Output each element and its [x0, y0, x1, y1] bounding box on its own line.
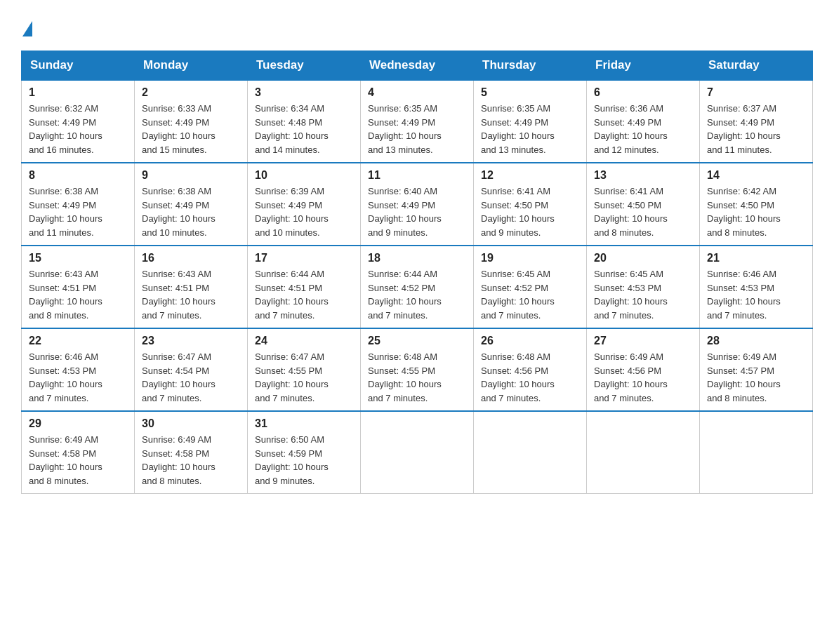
calendar-cell: 31 Sunrise: 6:50 AM Sunset: 4:59 PM Dayl… [248, 411, 361, 494]
calendar-cell: 7 Sunrise: 6:37 AM Sunset: 4:49 PM Dayli… [700, 80, 813, 163]
day-info: Sunrise: 6:41 AM Sunset: 4:50 PM Dayligh… [481, 185, 579, 239]
day-info: Sunrise: 6:42 AM Sunset: 4:50 PM Dayligh… [707, 185, 805, 239]
day-number: 12 [481, 169, 579, 182]
day-number: 8 [29, 169, 127, 182]
calendar-cell: 11 Sunrise: 6:40 AM Sunset: 4:49 PM Dayl… [361, 163, 474, 246]
day-number: 21 [707, 252, 805, 264]
column-header-wednesday: Wednesday [361, 51, 474, 81]
day-info: Sunrise: 6:38 AM Sunset: 4:49 PM Dayligh… [29, 185, 127, 239]
day-info: Sunrise: 6:43 AM Sunset: 4:51 PM Dayligh… [29, 267, 127, 322]
calendar-cell: 5 Sunrise: 6:35 AM Sunset: 4:49 PM Dayli… [474, 80, 587, 163]
day-number: 4 [368, 86, 466, 99]
calendar-table: SundayMondayTuesdayWednesdayThursdayFrid… [21, 51, 813, 494]
day-info: Sunrise: 6:33 AM Sunset: 4:49 PM Dayligh… [142, 102, 240, 156]
calendar-body: 1 Sunrise: 6:32 AM Sunset: 4:49 PM Dayli… [22, 80, 813, 494]
calendar-header-row: SundayMondayTuesdayWednesdayThursdayFrid… [22, 51, 813, 81]
calendar-cell [474, 411, 587, 494]
calendar-cell [700, 411, 813, 494]
calendar-cell: 4 Sunrise: 6:35 AM Sunset: 4:49 PM Dayli… [361, 80, 474, 163]
calendar-cell: 19 Sunrise: 6:45 AM Sunset: 4:52 PM Dayl… [474, 246, 587, 328]
day-number: 16 [142, 252, 240, 264]
day-number: 31 [255, 417, 353, 430]
logo [21, 21, 34, 36]
day-number: 7 [707, 86, 805, 99]
calendar-cell: 18 Sunrise: 6:44 AM Sunset: 4:52 PM Dayl… [361, 246, 474, 328]
day-number: 10 [255, 169, 353, 182]
calendar-week-2: 8 Sunrise: 6:38 AM Sunset: 4:49 PM Dayli… [22, 163, 813, 246]
calendar-cell: 14 Sunrise: 6:42 AM Sunset: 4:50 PM Dayl… [700, 163, 813, 246]
day-info: Sunrise: 6:49 AM Sunset: 4:56 PM Dayligh… [594, 350, 692, 405]
day-number: 11 [368, 169, 466, 182]
day-info: Sunrise: 6:44 AM Sunset: 4:52 PM Dayligh… [368, 267, 466, 322]
day-number: 27 [594, 335, 692, 347]
column-header-monday: Monday [135, 51, 248, 81]
day-info: Sunrise: 6:35 AM Sunset: 4:49 PM Dayligh… [368, 102, 466, 156]
day-info: Sunrise: 6:46 AM Sunset: 4:53 PM Dayligh… [29, 350, 127, 405]
day-number: 17 [255, 252, 353, 264]
page-header [21, 21, 813, 36]
day-info: Sunrise: 6:49 AM Sunset: 4:57 PM Dayligh… [707, 350, 805, 405]
day-number: 3 [255, 86, 353, 99]
calendar-cell: 2 Sunrise: 6:33 AM Sunset: 4:49 PM Dayli… [135, 80, 248, 163]
day-number: 25 [368, 335, 466, 347]
day-number: 6 [594, 86, 692, 99]
calendar-cell: 23 Sunrise: 6:47 AM Sunset: 4:54 PM Dayl… [135, 328, 248, 411]
calendar-cell: 21 Sunrise: 6:46 AM Sunset: 4:53 PM Dayl… [700, 246, 813, 328]
calendar-week-5: 29 Sunrise: 6:49 AM Sunset: 4:58 PM Dayl… [22, 411, 813, 494]
day-number: 2 [142, 86, 240, 99]
calendar-week-3: 15 Sunrise: 6:43 AM Sunset: 4:51 PM Dayl… [22, 246, 813, 328]
day-info: Sunrise: 6:45 AM Sunset: 4:52 PM Dayligh… [481, 267, 579, 322]
day-info: Sunrise: 6:41 AM Sunset: 4:50 PM Dayligh… [594, 185, 692, 239]
calendar-cell: 26 Sunrise: 6:48 AM Sunset: 4:56 PM Dayl… [474, 328, 587, 411]
calendar-cell: 8 Sunrise: 6:38 AM Sunset: 4:49 PM Dayli… [22, 163, 135, 246]
day-info: Sunrise: 6:35 AM Sunset: 4:49 PM Dayligh… [481, 102, 579, 156]
day-info: Sunrise: 6:39 AM Sunset: 4:49 PM Dayligh… [255, 185, 353, 239]
day-info: Sunrise: 6:37 AM Sunset: 4:49 PM Dayligh… [707, 102, 805, 156]
calendar-cell: 29 Sunrise: 6:49 AM Sunset: 4:58 PM Dayl… [22, 411, 135, 494]
day-info: Sunrise: 6:50 AM Sunset: 4:59 PM Dayligh… [255, 433, 353, 488]
day-info: Sunrise: 6:34 AM Sunset: 4:48 PM Dayligh… [255, 102, 353, 156]
day-number: 23 [142, 335, 240, 347]
day-number: 19 [481, 252, 579, 264]
logo-text [21, 21, 34, 36]
calendar-cell: 25 Sunrise: 6:48 AM Sunset: 4:55 PM Dayl… [361, 328, 474, 411]
day-info: Sunrise: 6:40 AM Sunset: 4:49 PM Dayligh… [368, 185, 466, 239]
day-number: 26 [481, 335, 579, 347]
logo-triangle-icon [22, 21, 32, 36]
day-info: Sunrise: 6:49 AM Sunset: 4:58 PM Dayligh… [29, 433, 127, 488]
column-header-saturday: Saturday [700, 51, 813, 81]
day-number: 9 [142, 169, 240, 182]
calendar-cell: 22 Sunrise: 6:46 AM Sunset: 4:53 PM Dayl… [22, 328, 135, 411]
column-header-sunday: Sunday [22, 51, 135, 81]
day-info: Sunrise: 6:32 AM Sunset: 4:49 PM Dayligh… [29, 102, 127, 156]
day-number: 13 [594, 169, 692, 182]
day-info: Sunrise: 6:43 AM Sunset: 4:51 PM Dayligh… [142, 267, 240, 322]
day-number: 22 [29, 335, 127, 347]
calendar-cell: 15 Sunrise: 6:43 AM Sunset: 4:51 PM Dayl… [22, 246, 135, 328]
calendar-cell: 3 Sunrise: 6:34 AM Sunset: 4:48 PM Dayli… [248, 80, 361, 163]
calendar-cell: 17 Sunrise: 6:44 AM Sunset: 4:51 PM Dayl… [248, 246, 361, 328]
day-info: Sunrise: 6:45 AM Sunset: 4:53 PM Dayligh… [594, 267, 692, 322]
day-number: 28 [707, 335, 805, 347]
calendar-cell [361, 411, 474, 494]
day-info: Sunrise: 6:44 AM Sunset: 4:51 PM Dayligh… [255, 267, 353, 322]
day-info: Sunrise: 6:48 AM Sunset: 4:55 PM Dayligh… [368, 350, 466, 405]
column-header-thursday: Thursday [474, 51, 587, 81]
calendar-cell: 10 Sunrise: 6:39 AM Sunset: 4:49 PM Dayl… [248, 163, 361, 246]
day-number: 18 [368, 252, 466, 264]
day-info: Sunrise: 6:47 AM Sunset: 4:54 PM Dayligh… [142, 350, 240, 405]
day-number: 30 [142, 417, 240, 430]
day-number: 15 [29, 252, 127, 264]
calendar-cell: 30 Sunrise: 6:49 AM Sunset: 4:58 PM Dayl… [135, 411, 248, 494]
day-number: 1 [29, 86, 127, 99]
day-number: 5 [481, 86, 579, 99]
calendar-cell [587, 411, 700, 494]
calendar-cell: 13 Sunrise: 6:41 AM Sunset: 4:50 PM Dayl… [587, 163, 700, 246]
day-info: Sunrise: 6:47 AM Sunset: 4:55 PM Dayligh… [255, 350, 353, 405]
calendar-cell: 12 Sunrise: 6:41 AM Sunset: 4:50 PM Dayl… [474, 163, 587, 246]
calendar-cell: 27 Sunrise: 6:49 AM Sunset: 4:56 PM Dayl… [587, 328, 700, 411]
day-info: Sunrise: 6:48 AM Sunset: 4:56 PM Dayligh… [481, 350, 579, 405]
calendar-week-4: 22 Sunrise: 6:46 AM Sunset: 4:53 PM Dayl… [22, 328, 813, 411]
day-info: Sunrise: 6:36 AM Sunset: 4:49 PM Dayligh… [594, 102, 692, 156]
day-info: Sunrise: 6:49 AM Sunset: 4:58 PM Dayligh… [142, 433, 240, 488]
